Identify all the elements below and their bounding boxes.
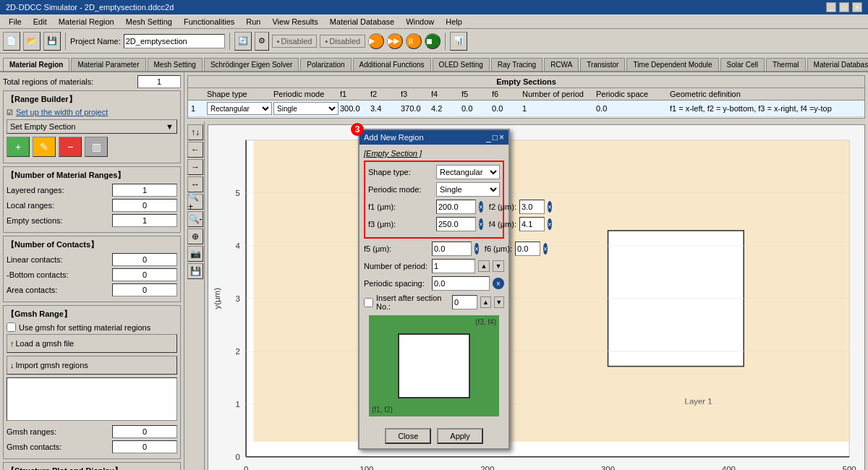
tool-move-right[interactable]: → [187,159,203,175]
total-regions-input[interactable] [137,75,181,88]
f2-clear-btn[interactable]: × [548,201,552,213]
tab-additional-functions[interactable]: Additional Functions [353,58,431,71]
tool-zoom-in[interactable]: 🔍+ [187,194,203,210]
tool-camera[interactable]: 📷 [187,246,203,262]
periodic-spacing-input[interactable] [432,276,490,291]
area-contacts-input[interactable] [112,283,177,296]
add-section-btn[interactable]: + [7,137,30,157]
close-btn[interactable]: Close [385,428,431,444]
tab-material-parameter[interactable]: Material Parameter [71,58,145,71]
layered-ranges-input[interactable] [112,184,177,197]
highlight-region: Shape type: Rectangular Periodic mode: [364,161,504,239]
f1-clear-btn[interactable]: × [479,201,483,213]
f1-input[interactable] [436,200,476,214]
periodic-mode-select[interactable]: Single [436,182,500,197]
chart-btn[interactable]: 📊 [450,32,467,51]
menu-help[interactable]: Help [440,16,468,27]
empty-sections-input[interactable] [112,214,177,227]
row-shape-type[interactable]: Rectangular [207,102,272,115]
tab-material-database[interactable]: Material Database [807,58,868,71]
dialog-close-btn[interactable]: × [499,132,504,142]
f5-input[interactable] [432,242,472,256]
edit-section-btn[interactable]: ✎ [33,137,56,157]
f4-clear-btn[interactable]: × [548,218,552,230]
shape-type-select[interactable]: Rectangular [436,165,500,179]
tab-solar-cell[interactable]: Solar Cell [720,58,765,71]
close-btn[interactable]: × [852,2,862,12]
tab-transistor[interactable]: Transistor [580,58,625,71]
tool-move-left[interactable]: ← [187,142,203,158]
remove-section-btn[interactable]: − [59,137,82,157]
refresh-btn[interactable]: 🔄 [234,32,252,51]
tab-mesh-setting[interactable]: Mesh Setting [148,58,203,71]
dialog-maximize-btn[interactable]: □ [493,132,498,142]
tool-move-all[interactable]: ↔ [187,176,203,192]
tab-rcwa[interactable]: RCWA [544,58,579,71]
open-btn[interactable]: 📂 [23,32,41,51]
tab-material-region[interactable]: Material Region [3,58,69,71]
pause-btn[interactable]: ⏸ [406,33,422,49]
tab-ray-tracing[interactable]: Ray Tracing [491,58,542,71]
insert-up[interactable]: ▲ [480,296,490,308]
menu-functionalities[interactable]: Functionalities [178,16,240,27]
apply-btn[interactable]: Apply [437,428,483,444]
tab-thermal[interactable]: Thermal [766,58,806,71]
menu-run[interactable]: Run [240,16,266,27]
bottom-contacts-input[interactable] [112,268,177,281]
tab-schrodinger[interactable]: Schrödinger Eigen Solver [204,58,299,71]
local-ranges-label: Local ranges: [7,201,112,210]
local-ranges-input[interactable] [112,199,177,212]
settings-btn[interactable]: ⚙ [255,32,269,51]
tool-zoom-out[interactable]: 🔍- [187,211,203,227]
menu-material-database[interactable]: Material Database [324,16,400,27]
copy-section-btn[interactable]: ▥ [85,137,108,157]
tool-zoom-box[interactable]: ⊕ [187,228,203,244]
tool-move-up[interactable]: ↑↓ [187,124,203,140]
menu-edit[interactable]: Edit [27,16,53,27]
th-num-period: Number of period [522,90,595,98]
gmsh-text-area[interactable] [7,377,177,421]
f6-clear-btn[interactable]: × [543,243,548,255]
run2-btn[interactable]: ▶▶ [387,33,403,49]
f3-clear-btn[interactable]: × [479,218,483,230]
row-periodic-mode[interactable]: Single [273,102,339,115]
menu-file[interactable]: File [3,16,27,27]
periodic-spacing-clear[interactable]: × [493,278,504,289]
set-empty-section-btn[interactable]: Set Empty Section▼ [7,119,177,134]
minimize-btn[interactable]: _ [826,2,836,12]
set-width-btn[interactable]: Set up the width of project [16,108,108,116]
tab-polarization[interactable]: Polarization [300,58,351,71]
tab-time-dependent[interactable]: Time Dependent Module [626,58,718,71]
f2-input[interactable] [519,200,545,214]
new-btn[interactable]: 📄 [3,32,20,51]
tool-save-img[interactable]: 💾 [187,263,203,279]
insert-checkbox[interactable] [364,298,373,307]
f5-clear-btn[interactable]: × [475,243,479,255]
dialog-title-bar[interactable]: Add New Region _ □ × [359,130,509,145]
gmsh-ranges-input[interactable] [112,425,177,438]
maximize-btn[interactable]: □ [839,2,849,12]
gmsh-contacts-input[interactable] [112,440,177,453]
project-name-input[interactable] [124,34,225,48]
menu-view-results[interactable]: View Results [266,16,323,27]
insert-input[interactable] [452,295,477,309]
f6-input[interactable] [515,242,540,256]
stop-btn[interactable]: ⏹ [425,33,441,49]
save-btn[interactable]: 💾 [43,32,61,51]
num-period-input[interactable] [432,259,475,273]
dialog-minimize-btn[interactable]: _ [486,132,491,142]
insert-down[interactable]: ▼ [494,296,504,308]
run-btn[interactable]: ▶ [368,33,384,49]
tab-oled-setting[interactable]: OLED Setting [433,58,490,71]
import-gmsh-btn[interactable]: ↓Import gmsh regions [7,356,177,375]
use-gmsh-checkbox[interactable] [7,322,16,332]
linear-contacts-input[interactable] [112,253,177,266]
menu-mesh-setting[interactable]: Mesh Setting [120,16,178,27]
menu-material-region[interactable]: Material Region [53,16,120,27]
f4-input[interactable] [519,217,545,231]
f3-input[interactable] [436,217,476,231]
num-period-up[interactable]: ▲ [478,260,490,272]
load-gmsh-btn[interactable]: ↑Load a gmsh file [7,334,177,353]
menu-window[interactable]: Window [400,16,440,27]
num-period-down[interactable]: ▼ [493,260,504,272]
